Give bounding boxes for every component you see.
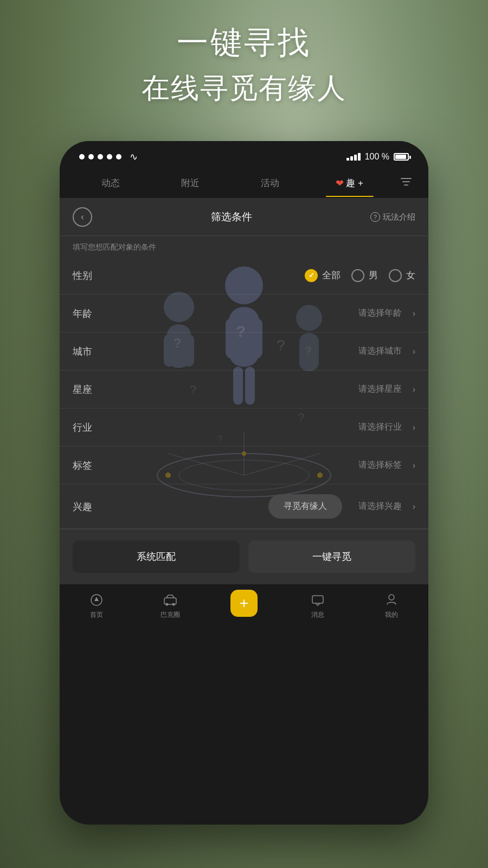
industry-row[interactable]: 行业 请选择行业 › (60, 409, 428, 446)
tag-label: 标签 (73, 459, 111, 472)
interest-row[interactable]: 兴趣 寻觅有缘人 请选择兴趣 › (60, 484, 428, 529)
heart-icon: ❤ (336, 177, 344, 189)
industry-label: 行业 (73, 421, 111, 434)
constellation-label: 星座 (73, 383, 111, 396)
bottom-buttons: 系统匹配 一键寻觅 (60, 529, 428, 584)
age-placeholder: 请选择年龄 (358, 308, 402, 319)
svg-marker-31 (94, 597, 99, 601)
gender-option-all[interactable]: 全部 (305, 269, 341, 282)
wifi-icon: ∿ (130, 151, 138, 163)
nav-buckle-label: 巴克圈 (160, 610, 180, 620)
gender-options: 全部 男 女 (111, 269, 415, 282)
constellation-placeholder: 请选择星座 (358, 384, 402, 395)
status-right: 100 % (346, 152, 409, 162)
nav-messages-label: 消息 (311, 610, 324, 620)
tab-fujin[interactable]: 附近 (150, 169, 230, 197)
battery-percent: 100 % (365, 152, 389, 162)
car-icon (163, 592, 178, 608)
nav-home-label: 首页 (90, 610, 103, 620)
gender-female-label: 女 (406, 269, 415, 282)
person-icon (384, 592, 399, 608)
constellation-row[interactable]: 星座 请选择星座 › (60, 371, 428, 409)
age-arrow: › (413, 309, 415, 318)
interest-label: 兴趣 (73, 500, 111, 513)
filter-rows: 性别 全部 男 女 年 (60, 257, 428, 529)
interest-content: 寻觅有缘人 请选择兴趣 › (111, 494, 415, 519)
nav-buckle[interactable]: 巴克圈 (133, 590, 207, 622)
add-button[interactable]: + (230, 590, 258, 617)
industry-content: 请选择行业 › (111, 422, 415, 433)
tab-huodong[interactable]: 活动 (230, 169, 310, 197)
nav-mine[interactable]: 我的 (355, 590, 428, 622)
status-bar: ∿ 100 % (60, 141, 428, 168)
city-arrow: › (413, 347, 415, 356)
city-content: 请选择城市 › (111, 346, 415, 357)
bar3 (354, 155, 357, 161)
age-label: 年龄 (73, 307, 111, 320)
help-link[interactable]: ? 玩法介绍 (370, 212, 415, 222)
help-label: 玩法介绍 (383, 212, 415, 222)
tab-qu-label: 趣 + (346, 177, 363, 189)
constellation-arrow: › (413, 385, 415, 394)
nav-mine-label: 我的 (385, 610, 398, 620)
filter-icon[interactable] (389, 168, 418, 198)
battery-icon (394, 153, 409, 161)
headline-line1: 一键寻找 (0, 22, 488, 64)
nav-add[interactable]: + (207, 590, 281, 622)
gender-option-male[interactable]: 男 (351, 269, 378, 282)
svg-point-36 (389, 595, 394, 600)
constellation-content: 请选择星座 › (111, 384, 415, 395)
system-match-button[interactable]: 系统匹配 (73, 540, 240, 573)
gender-label: 性别 (73, 269, 111, 282)
headline-line2: 在线寻觅有缘人 (0, 69, 488, 107)
tab-qu[interactable]: ❤ 趣 + (310, 169, 389, 197)
tag-arrow: › (413, 461, 415, 470)
bar2 (350, 156, 353, 161)
top-text-block: 一键寻找 在线寻觅有缘人 (0, 22, 488, 107)
gender-radio-male (351, 269, 364, 282)
age-row[interactable]: 年龄 请选择年龄 › (60, 295, 428, 333)
status-dots (79, 154, 121, 159)
industry-arrow: › (413, 423, 415, 432)
back-button[interactable]: ‹ (73, 207, 92, 227)
svg-rect-35 (312, 596, 323, 603)
gender-all-label: 全部 (322, 269, 341, 282)
phone-mockup: ∿ 100 % 动态 附近 活动 ❤ 趣 (60, 141, 428, 825)
message-icon (310, 592, 325, 608)
interest-placeholder: 请选择兴趣 (358, 501, 402, 512)
dot4 (107, 154, 112, 159)
svg-point-33 (166, 603, 169, 606)
bar1 (346, 158, 349, 161)
svg-point-34 (172, 603, 175, 606)
city-placeholder: 请选择城市 (358, 346, 402, 357)
bar4 (358, 153, 361, 161)
gender-row: 性别 全部 男 女 (60, 257, 428, 295)
home-icon (89, 592, 104, 608)
filter-header: ‹ 筛选条件 ? 玩法介绍 (60, 199, 428, 236)
gender-male-label: 男 (369, 269, 378, 282)
tag-row[interactable]: 标签 请选择标签 › (60, 446, 428, 484)
interest-arrow: › (413, 502, 415, 512)
nav-home[interactable]: 首页 (60, 590, 133, 622)
tab-dongtai[interactable]: 动态 (70, 169, 150, 197)
dot2 (88, 154, 94, 159)
help-icon: ? (370, 212, 380, 222)
city-row[interactable]: 城市 请选择城市 › (60, 333, 428, 371)
filter-title: 筛选条件 (211, 210, 252, 224)
dot3 (98, 154, 103, 159)
gender-radio-all (305, 269, 318, 282)
signal-icon (346, 153, 361, 161)
one-key-search-button[interactable]: 一键寻觅 (248, 540, 415, 573)
interest-button[interactable]: 寻觅有缘人 (268, 494, 342, 519)
dot5 (116, 154, 121, 159)
dot1 (79, 154, 85, 159)
city-label: 城市 (73, 345, 111, 358)
bottom-nav: 首页 巴克圈 + (60, 584, 428, 633)
nav-messages[interactable]: 消息 (281, 590, 355, 622)
gender-option-female[interactable]: 女 (389, 269, 415, 282)
age-content: 请选择年龄 › (111, 308, 415, 319)
nav-tabs: 动态 附近 活动 ❤ 趣 + (60, 168, 428, 199)
filter-panel: ? ? ? ? (60, 199, 428, 633)
battery-fill (395, 155, 406, 159)
filter-subtitle: 填写您想匹配对象的条件 (60, 236, 428, 257)
